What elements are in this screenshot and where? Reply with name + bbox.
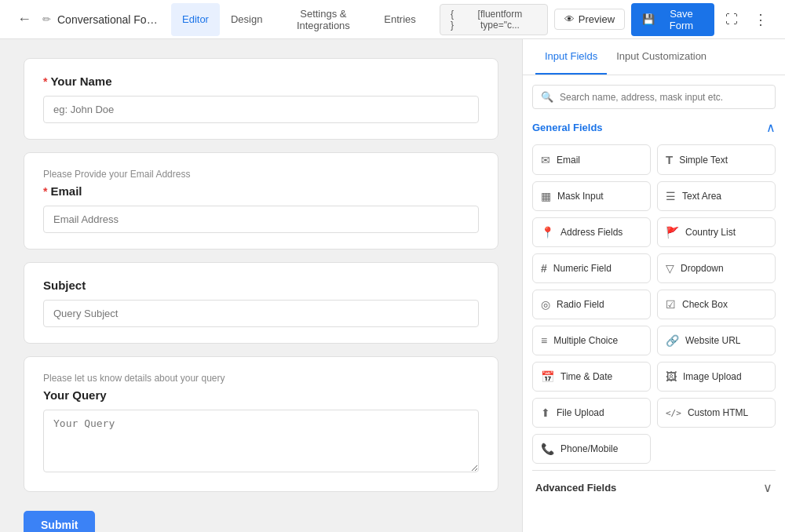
nav-tab-entries[interactable]: Entries (373, 3, 426, 36)
sidebar-tab-input-fields[interactable]: Input Fields (535, 39, 607, 75)
radio-icon: ◎ (541, 298, 550, 311)
search-box: 🔍 (532, 85, 776, 109)
shortcode-icon: { } (448, 9, 456, 31)
search-icon: 🔍 (541, 91, 553, 103)
field-item-label: Simple Text (679, 155, 728, 166)
website-url-icon: 🔗 (666, 334, 679, 347)
field-item-dropdown[interactable]: ▽ Dropdown (657, 253, 776, 283)
field-item-radio[interactable]: ◎ Radio Field (532, 290, 651, 319)
email-field-icon: ✉ (541, 154, 550, 166)
field-item-image-upload[interactable]: 🖼 Image Upload (657, 362, 776, 392)
text-area-icon: ☰ (666, 190, 676, 202)
field-item-label: Address Fields (560, 227, 623, 238)
field-item-text-area[interactable]: ☰ Text Area (657, 181, 776, 211)
field-item-address[interactable]: 📍 Address Fields (532, 217, 651, 247)
advanced-fields-section: Advanced Fields ∨ (532, 470, 776, 498)
main-area: * Your Name Please Provide your Email Ad… (0, 39, 785, 532)
name-input[interactable] (43, 96, 479, 123)
simple-text-icon: T (666, 153, 673, 166)
top-nav: ← Conversational Form... Editor Design S… (0, 0, 785, 39)
field-item-country-list[interactable]: 🚩 Country List (657, 217, 776, 247)
field-item-email[interactable]: ✉ Email (532, 144, 651, 175)
advanced-fields-title: Advanced Fields (535, 482, 616, 494)
address-icon: 📍 (541, 226, 554, 239)
form-card-query: Please let us know details about your qu… (24, 356, 498, 492)
field-label-subject: Subject (43, 279, 479, 292)
more-options-button[interactable]: ⋮ (749, 8, 772, 31)
advanced-fields-toggle[interactable]: ∨ (763, 480, 772, 495)
sidebar-content: 🔍 General Fields ∧ ✉ Email T Simple Text (523, 75, 785, 532)
field-label-email: * Email (43, 184, 479, 198)
search-input[interactable] (560, 92, 767, 103)
general-fields-toggle[interactable]: ∧ (766, 120, 776, 135)
fields-grid: ✉ Email T Simple Text ▦ Mask Input ☰ Tex… (532, 144, 776, 464)
field-item-label: Image Upload (683, 371, 742, 382)
email-sublabel: Please Provide your Email Address (43, 169, 479, 180)
submit-button[interactable]: Submit (24, 511, 95, 532)
field-item-label: Dropdown (681, 263, 724, 274)
field-item-label: Email (557, 155, 580, 166)
field-item-label: Text Area (682, 191, 721, 202)
numeric-icon: # (541, 262, 547, 275)
general-fields-title: General Fields (532, 122, 603, 133)
preview-button[interactable]: 👁 Preview (554, 9, 625, 30)
field-item-numeric[interactable]: # Numeric Field (532, 253, 651, 283)
form-card-name: * Your Name (24, 58, 498, 140)
fullscreen-button[interactable]: ⛶ (721, 9, 743, 30)
field-item-custom-html[interactable]: </> Custom HTML (657, 398, 776, 428)
email-input[interactable] (43, 206, 479, 233)
image-upload-icon: 🖼 (666, 370, 677, 383)
general-fields-header: General Fields ∧ (532, 120, 776, 135)
country-list-icon: 🚩 (666, 226, 679, 239)
page-title: Conversational Form... (57, 13, 159, 26)
right-sidebar: Input Fields Input Customization 🔍 Gener… (522, 39, 785, 532)
field-item-time-date[interactable]: 📅 Time & Date (532, 362, 651, 392)
field-label-name: * Your Name (43, 75, 479, 88)
field-item-label: Mask Input (557, 191, 604, 202)
field-item-label: Website URL (685, 335, 740, 346)
file-upload-icon: ⬆ (541, 406, 550, 419)
field-item-simple-text[interactable]: T Simple Text (657, 144, 776, 175)
sidebar-tab-input-customization[interactable]: Input Customization (607, 39, 716, 75)
time-date-icon: 📅 (541, 370, 554, 383)
edit-icon (42, 13, 51, 25)
mask-input-icon: ▦ (541, 190, 551, 202)
subject-input[interactable] (43, 300, 479, 327)
field-item-label: File Upload (557, 407, 604, 418)
field-item-label: Phone/Mobile (560, 443, 618, 454)
form-area: * Your Name Please Provide your Email Ad… (0, 39, 522, 532)
field-item-file-upload[interactable]: ⬆ File Upload (532, 398, 651, 428)
field-item-website-url[interactable]: 🔗 Website URL (657, 326, 776, 355)
query-textarea[interactable] (43, 410, 479, 472)
field-item-multiple-choice[interactable]: ≡ Multiple Choice (532, 326, 651, 355)
nav-tab-editor[interactable]: Editor (171, 3, 220, 36)
custom-html-icon: </> (666, 408, 681, 418)
shortcode-button[interactable]: { } [fluentform type="c... (440, 4, 548, 35)
sidebar-tabs: Input Fields Input Customization (523, 39, 785, 75)
save-icon: 💾 (642, 13, 655, 25)
phone-mobile-icon: 📞 (541, 443, 554, 455)
shortcode-label: [fluentform type="c... (461, 9, 539, 31)
required-star: * (43, 75, 47, 88)
field-item-label: Radio Field (557, 299, 604, 310)
back-button[interactable]: ← (13, 8, 36, 31)
nav-tabs: Editor Design Settings & Integrations En… (171, 3, 427, 36)
required-star-email: * (43, 185, 47, 198)
eye-icon: 👁 (564, 13, 575, 25)
field-label-query: Your Query (43, 388, 479, 402)
field-item-label: Multiple Choice (553, 335, 618, 346)
field-item-label: Time & Date (560, 371, 612, 382)
nav-tab-settings[interactable]: Settings & Integrations (273, 3, 373, 36)
field-item-mask-input[interactable]: ▦ Mask Input (532, 181, 651, 211)
field-item-label: Check Box (682, 299, 728, 310)
field-item-phone-mobile[interactable]: 📞 Phone/Mobile (532, 434, 651, 464)
form-card-email: Please Provide your Email Address * Emai… (24, 152, 498, 250)
field-item-checkbox[interactable]: ☑ Check Box (657, 290, 776, 319)
query-sublabel: Please let us know details about your qu… (43, 373, 479, 384)
checkbox-icon: ☑ (666, 298, 676, 311)
field-item-label: Numeric Field (553, 263, 612, 274)
form-card-subject: Subject (24, 262, 498, 344)
nav-tab-design[interactable]: Design (220, 3, 273, 36)
multiple-choice-icon: ≡ (541, 334, 547, 347)
save-form-button[interactable]: 💾 Save Form (631, 3, 714, 36)
